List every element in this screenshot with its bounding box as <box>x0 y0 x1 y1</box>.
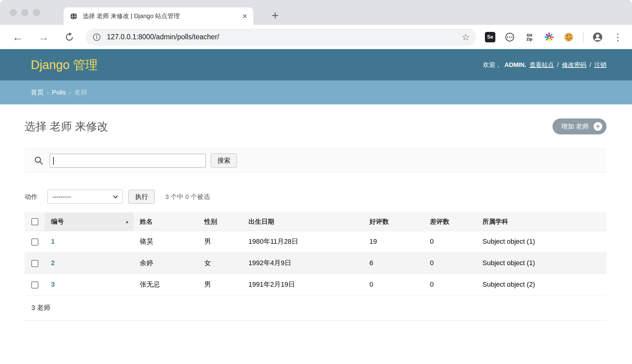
column-header-name[interactable]: 姓名 <box>134 212 198 231</box>
cell-bad-count: 0 <box>424 231 476 252</box>
result-count: 3 老师 <box>25 296 607 321</box>
breadcrumb-separator: › <box>47 89 49 96</box>
column-header-subject[interactable]: 所属学科 <box>476 212 607 231</box>
search-input[interactable] <box>50 154 206 168</box>
search-icon <box>34 156 44 165</box>
address-bar[interactable]: 127.0.0.1:8000/admin/polls/teacher/ ☆ <box>85 29 476 46</box>
tab-close-icon[interactable]: × <box>242 12 247 21</box>
breadcrumb: 首页 › Polls › 老师 <box>0 80 632 104</box>
window-zoom-button[interactable] <box>33 9 40 16</box>
cell-subject: Subject object (1) <box>476 252 607 274</box>
cell-birthday: 1980年11月28日 <box>242 231 363 252</box>
reload-icon[interactable] <box>63 30 76 44</box>
cell-good-count: 0 <box>363 274 424 295</box>
cell-gender: 女 <box>198 252 242 274</box>
cell-birthday: 1991年2月19日 <box>242 274 363 295</box>
gitzip-label-bottom: Zip <box>526 37 533 41</box>
action-select[interactable]: --------- <box>47 190 123 204</box>
window-minimize-button[interactable] <box>21 9 28 16</box>
cell-bad-count: 0 <box>424 274 476 295</box>
changelist-content: 选择 老师 来修改 增加 老师 + 搜索 动作 --------- <box>0 118 632 321</box>
view-site-link[interactable]: 查看站点 <box>529 61 554 69</box>
column-header-bad[interactable]: 差评数 <box>424 212 476 231</box>
row-checkbox[interactable] <box>31 260 38 267</box>
kebab-menu-icon[interactable]: ⋮ <box>611 32 625 42</box>
actions-label: 动作 <box>25 192 37 201</box>
select-all-checkbox[interactable] <box>31 218 38 225</box>
row-id-link[interactable]: 2 <box>51 259 55 267</box>
sort-asc-icon[interactable]: ▲ <box>125 219 129 224</box>
pinwheel-extension-icon[interactable] <box>543 31 555 43</box>
selection-counter: 3 个中 0 个被选 <box>165 192 210 201</box>
chevron-down-icon <box>112 193 119 200</box>
cell-name: 余婷 <box>134 252 198 274</box>
table-row: 2 余婷 女 1992年4月9日 6 0 Subject object (1) <box>25 252 607 274</box>
forward-icon[interactable]: → <box>37 30 50 44</box>
breadcrumb-separator: › <box>69 89 71 96</box>
change-password-link[interactable]: 修改密码 <box>562 61 586 69</box>
cell-gender: 男 <box>198 274 242 295</box>
tab-strip: 选择 老师 来修改 | Django 站点管理 × + <box>0 0 632 25</box>
column-header-good[interactable]: 好评数 <box>363 212 424 231</box>
cell-gender: 男 <box>198 231 242 252</box>
table-row: 1 骆昊 男 1980年11月28日 19 0 Subject object (… <box>25 231 607 252</box>
cell-subject: Subject object (1) <box>476 231 607 252</box>
link-separator: / <box>557 61 559 68</box>
row-checkbox[interactable] <box>31 238 38 246</box>
link-separator: / <box>589 61 591 68</box>
window-close-button[interactable] <box>10 9 17 16</box>
browser-tab[interactable]: 选择 老师 来修改 | Django 站点管理 × <box>64 7 253 25</box>
new-tab-button[interactable]: + <box>268 8 283 23</box>
welcome-text: 欢迎， <box>483 61 501 69</box>
cookie-extension-icon[interactable] <box>563 31 575 43</box>
gitzip-extension-icon[interactable]: Git Zip <box>523 31 536 43</box>
column-header-birthday[interactable]: 出生日期 <box>242 212 363 231</box>
results-table: 编号 ▲ 姓名 性别 出生日期 好评数 差评数 所属学科 1 骆昊 <box>25 212 607 296</box>
profile-avatar-icon[interactable] <box>591 31 604 43</box>
cell-birthday: 1992年4月9日 <box>242 252 363 274</box>
window-controls <box>10 9 40 16</box>
cell-name: 张无忌 <box>134 274 198 295</box>
column-header-gender[interactable]: 性别 <box>198 212 242 231</box>
add-button-label: 增加 老师 <box>561 122 589 131</box>
column-header-id[interactable]: 编号 ▲ <box>45 212 134 231</box>
site-branding[interactable]: Django 管理 <box>31 56 98 73</box>
row-id-link[interactable]: 1 <box>51 238 55 245</box>
go-button[interactable]: 执行 <box>128 190 155 204</box>
action-select-value: --------- <box>53 193 71 200</box>
search-button[interactable]: 搜索 <box>211 153 237 168</box>
text-caret <box>53 157 54 165</box>
cell-bad-count: 0 <box>424 252 476 274</box>
actions-row: 动作 --------- 执行 3 个中 0 个被选 <box>25 190 607 204</box>
back-icon[interactable]: ← <box>11 30 25 44</box>
add-plus-icon: + <box>594 122 602 131</box>
globe-favicon-icon <box>70 12 78 20</box>
table-header-row: 编号 ▲ 姓名 性别 出生日期 好评数 差评数 所属学科 <box>25 212 607 231</box>
cell-good-count: 6 <box>363 252 424 274</box>
cell-name: 骆昊 <box>134 231 198 252</box>
breadcrumb-app-link[interactable]: Polls <box>52 89 66 96</box>
row-id-link[interactable]: 3 <box>51 281 55 288</box>
select-all-header <box>25 212 45 231</box>
bookmark-star-icon[interactable]: ☆ <box>462 33 470 42</box>
url-text[interactable]: 127.0.0.1:8000/admin/polls/teacher/ <box>107 33 462 41</box>
row-checkbox[interactable] <box>31 281 38 288</box>
tab-title: 选择 老师 来修改 | Django 站点管理 <box>83 12 238 20</box>
selenium-extension-icon[interactable]: Se <box>484 31 496 43</box>
cell-subject: Subject object (2) <box>476 274 607 295</box>
breadcrumb-home-link[interactable]: 首页 <box>31 88 44 97</box>
breadcrumb-current: 老师 <box>74 88 87 97</box>
dots-extension-icon[interactable] <box>504 31 516 43</box>
cell-good-count: 19 <box>363 231 424 252</box>
admin-header: Django 管理 欢迎， ADMIN. 查看站点 / 修改密码 / 注销 <box>0 49 632 80</box>
add-teacher-button[interactable]: 增加 老师 + <box>552 118 607 134</box>
search-toolbar: 搜索 <box>25 149 607 172</box>
username: ADMIN. <box>505 61 526 68</box>
toolbar-divider <box>583 32 583 43</box>
page-title: 选择 老师 来修改 <box>25 119 108 134</box>
browser-toolbar: ← → 127.0.0.1:8000/admin/polls/teacher/ … <box>0 25 632 49</box>
gitzip-label-top: Git <box>526 33 533 37</box>
info-icon[interactable] <box>92 33 101 42</box>
logout-link[interactable]: 注销 <box>594 61 607 69</box>
user-tools: 欢迎， ADMIN. 查看站点 / 修改密码 / 注销 <box>483 61 607 69</box>
